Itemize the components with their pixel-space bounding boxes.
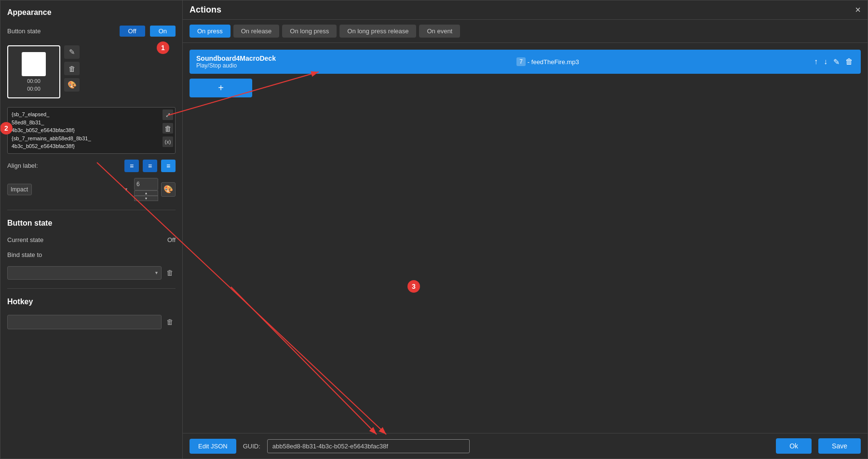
- font-size-up-btn[interactable]: ▲: [134, 190, 158, 196]
- font-select[interactable]: Impact: [7, 184, 32, 195]
- tab-on-long-press-release[interactable]: On long press release: [339, 25, 416, 38]
- font-select-wrapper: Impact: [7, 184, 131, 195]
- button-state-row: Button state Off On: [7, 26, 176, 37]
- button-state-section-title: Button state: [7, 219, 176, 228]
- right-panel: Actions × On press On release On long pr…: [183, 0, 868, 459]
- preview-time1: 00:00: [27, 78, 41, 84]
- text-line5: 4b3c_b052_e5643bfac38f}: [12, 143, 75, 149]
- action-item-left: Soundboard4MacroDeck Play/Stop audio: [196, 54, 276, 69]
- bind-select-wrapper: [7, 266, 162, 280]
- annotation-2: 2: [0, 122, 13, 135]
- delete-text-btn[interactable]: 🗑: [163, 123, 173, 134]
- bind-state-row: 🗑: [7, 266, 176, 280]
- action-edit-btn[interactable]: ✎: [832, 56, 841, 68]
- section-divider-1: [7, 210, 176, 210]
- action-plugin: Soundboard4MacroDeck: [196, 54, 276, 62]
- state-on-button[interactable]: On: [150, 26, 176, 37]
- hotkey-input[interactable]: [7, 315, 162, 329]
- align-row: Align label: ≡ ≡ ≡: [7, 160, 176, 172]
- guid-label: GUID:: [243, 443, 260, 450]
- edit-icon-btn[interactable]: ✎: [64, 45, 80, 59]
- action-name: Play/Stop audio: [196, 62, 276, 69]
- bind-state-label: Bind state to: [7, 251, 176, 258]
- tab-on-press[interactable]: On press: [190, 25, 231, 38]
- action-up-btn[interactable]: ↑: [813, 56, 819, 67]
- current-state-value: Off: [167, 236, 176, 243]
- palette-icon-btn[interactable]: 🎨: [64, 78, 80, 92]
- text-line2: 58ed8_8b31_: [12, 120, 44, 125]
- preview-area: 00:00 00:00 ✎ 🗑 🎨 1: [7, 45, 176, 98]
- align-left-btn[interactable]: ≡: [124, 160, 139, 172]
- text-line4: {sb_7_remains_abb58ed8_8b31_: [12, 135, 91, 141]
- preview-inner-box: [22, 52, 46, 76]
- tab-on-long-press[interactable]: On long press: [282, 25, 337, 38]
- action-file-tag: 7 - feedTheFire.mp3: [516, 57, 579, 66]
- current-state-label: Current state: [7, 236, 43, 243]
- hotkey-row: 🗑: [7, 315, 176, 329]
- tab-on-event[interactable]: On event: [419, 25, 460, 38]
- preview-tools: ✎ 🗑 🎨: [64, 45, 80, 92]
- delete-hotkey-btn[interactable]: 🗑: [164, 317, 176, 327]
- font-row: Impact ▲ ▼ 🎨: [7, 178, 176, 201]
- action-item: Soundboard4MacroDeck Play/Stop audio 7 -…: [190, 50, 861, 74]
- delete-bind-btn[interactable]: 🗑: [164, 268, 176, 278]
- action-item-right: ↑ ↓ ✎ 🗑: [813, 56, 854, 68]
- current-state-row: Current state Off: [7, 236, 176, 243]
- preview-box: 00:00 00:00: [7, 45, 60, 98]
- save-button[interactable]: Save: [818, 438, 861, 454]
- text-content-area: {sb_7_elapsed_ 58ed8_8b31_ 4b3c_b052_e56…: [7, 107, 176, 154]
- ok-button[interactable]: Ok: [776, 438, 812, 454]
- bottom-bar: Edit JSON GUID: Ok Save: [183, 433, 868, 459]
- close-button[interactable]: ×: [855, 4, 861, 15]
- appearance-title: Appearance: [7, 8, 176, 17]
- guid-input[interactable]: [267, 439, 470, 453]
- trash-icon-btn[interactable]: 🗑: [64, 62, 80, 75]
- section-divider-2: [7, 288, 176, 289]
- action-delete-btn[interactable]: 🗑: [844, 56, 854, 67]
- color-picker-btn[interactable]: 🎨: [161, 182, 176, 197]
- align-center-btn[interactable]: ≡: [143, 160, 157, 172]
- action-file: - feedTheFire.mp3: [528, 58, 579, 66]
- tab-on-release[interactable]: On release: [233, 25, 280, 38]
- actions-title: Actions: [190, 5, 221, 15]
- actions-content: Soundboard4MacroDeck Play/Stop audio 7 -…: [183, 43, 868, 433]
- add-action-button[interactable]: +: [190, 79, 252, 97]
- variable-btn[interactable]: (x): [163, 136, 173, 147]
- hotkey-title: Hotkey: [7, 297, 176, 306]
- text-line3: 4b3c_b052_e5643bfac38f}: [12, 127, 75, 133]
- expand-button[interactable]: ⤢: [163, 109, 173, 120]
- align-right-btn[interactable]: ≡: [161, 160, 176, 172]
- action-down-btn[interactable]: ↓: [823, 56, 828, 67]
- right-header: Actions ×: [183, 0, 868, 20]
- edit-json-button[interactable]: Edit JSON: [190, 439, 236, 454]
- bind-state-select[interactable]: [7, 266, 162, 280]
- text-line1: {sb_7_elapsed_: [12, 111, 49, 117]
- align-label: Align label:: [7, 162, 121, 169]
- annotation-3: 3: [407, 280, 420, 293]
- font-size-input[interactable]: [134, 178, 158, 190]
- font-size-wrapper: ▲ ▼: [134, 178, 158, 201]
- preview-time2: 00:00: [27, 86, 41, 92]
- annotation-1: 1: [157, 41, 169, 54]
- state-off-button[interactable]: Off: [120, 26, 145, 37]
- tabs-row: On press On release On long press On lon…: [183, 20, 868, 43]
- font-size-down-btn[interactable]: ▼: [134, 196, 158, 201]
- button-state-label: Button state: [7, 27, 115, 35]
- action-badge: 7: [516, 57, 526, 66]
- left-panel: Appearance Button state Off On 00:00 00:…: [0, 0, 183, 459]
